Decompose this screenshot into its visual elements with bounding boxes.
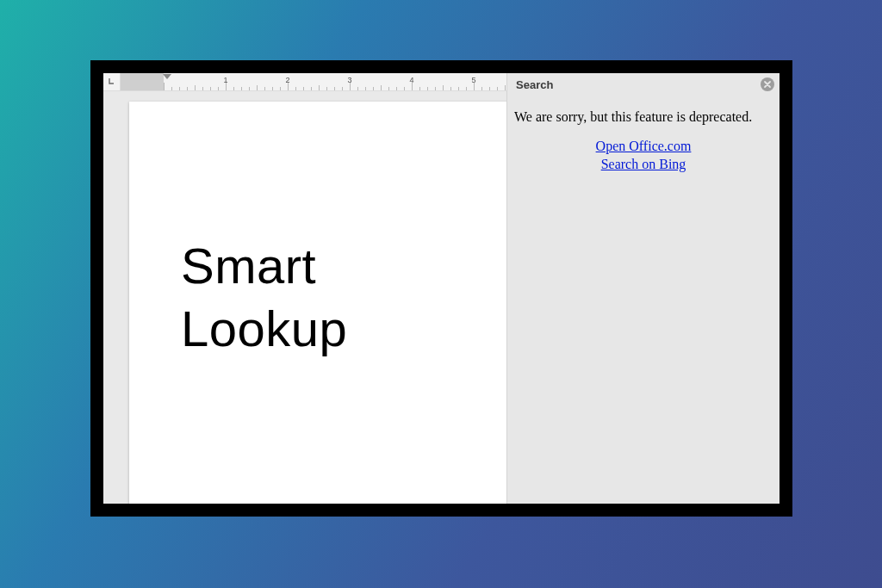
ruler-tick	[171, 87, 172, 90]
ruler-tick	[326, 87, 327, 90]
ruler-tick	[311, 87, 312, 90]
ruler-tick	[264, 87, 265, 90]
ruler-corner	[103, 73, 121, 90]
sidebar-close-button[interactable]	[761, 77, 774, 91]
ruler-number: 1	[223, 76, 227, 84]
ruler-number: 5	[471, 76, 475, 84]
ruler-tick	[396, 87, 397, 90]
ruler-tick	[466, 87, 467, 90]
ruler-tick	[497, 87, 498, 90]
ruler-tick	[381, 85, 382, 90]
indent-marker-icon[interactable]	[163, 74, 171, 79]
ruler-tick	[388, 87, 389, 90]
ruler-tick	[195, 85, 196, 90]
sidebar-deprecated-message: We are sorry, but this feature is deprec…	[514, 108, 773, 126]
close-icon	[763, 80, 772, 89]
document-body-text[interactable]: Smart Lookup	[181, 235, 347, 360]
document-area: 12345 Smart Lookup	[103, 73, 506, 504]
ruler-number: 4	[409, 76, 413, 84]
ruler-tick	[233, 87, 234, 90]
document-page[interactable]: Smart Lookup	[129, 102, 506, 504]
horizontal-ruler[interactable]: 12345	[103, 73, 506, 91]
ruler-tick	[210, 87, 211, 90]
ruler-left-margin	[121, 73, 164, 90]
ruler-tick	[187, 87, 188, 90]
document-viewport[interactable]: Smart Lookup	[103, 91, 506, 504]
ruler-tick	[505, 85, 506, 90]
ruler-tick	[365, 87, 366, 90]
sidebar-header: Search	[507, 73, 780, 96]
ruler-tick	[419, 87, 420, 90]
ruler-tick	[435, 87, 436, 90]
ruler-tick	[241, 87, 242, 90]
app-window-frame: 12345 Smart Lookup Search	[90, 60, 792, 517]
ruler-tick	[202, 87, 203, 90]
ruler-tick	[373, 87, 374, 90]
sidebar-title: Search	[516, 78, 761, 91]
ruler-tick	[249, 87, 250, 90]
ruler-tick	[342, 87, 343, 90]
ruler-tick	[427, 87, 428, 90]
ruler-tick	[303, 87, 304, 90]
link-open-office[interactable]: Open Office.com	[514, 138, 773, 156]
ruler-tick	[164, 83, 165, 90]
ruler-tick	[218, 87, 219, 90]
ruler-tick	[458, 87, 459, 90]
link-search-bing[interactable]: Search on Bing	[514, 156, 773, 174]
ruler-tick	[450, 87, 451, 90]
ruler-tick	[481, 87, 482, 90]
ruler-track: 12345	[121, 73, 506, 90]
tab-stop-icon	[108, 77, 116, 85]
ruler-tick	[334, 87, 335, 90]
ruler-tick	[280, 87, 281, 90]
ruler-tick	[404, 87, 405, 90]
ruler-tick	[257, 85, 258, 90]
ruler-tick	[319, 85, 320, 90]
ruler-tick	[179, 87, 180, 90]
ruler-tick	[357, 87, 358, 90]
sidebar-body: We are sorry, but this feature is deprec…	[507, 96, 780, 174]
ruler-tick	[443, 85, 444, 90]
ruler-tick	[272, 87, 273, 90]
app-window: 12345 Smart Lookup Search	[103, 73, 780, 504]
ruler-tick	[295, 87, 296, 90]
search-sidebar: Search We are sorry, but this feature is…	[506, 73, 780, 504]
ruler-number: 2	[285, 76, 289, 84]
ruler-tick	[489, 87, 490, 90]
desktop-background: 12345 Smart Lookup Search	[0, 0, 882, 588]
ruler-number: 3	[347, 76, 351, 84]
